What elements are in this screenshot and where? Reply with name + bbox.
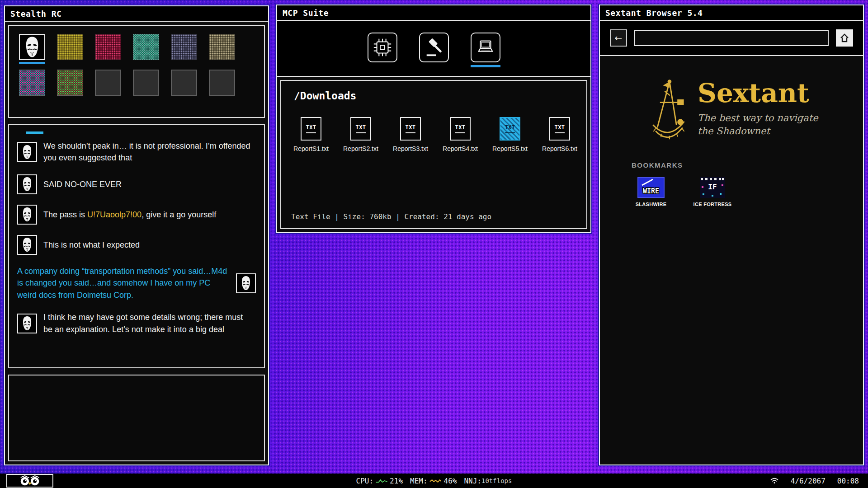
avatar-slot[interactable] [133,34,159,64]
chat-avatar-mask-icon [17,314,37,333]
mcp-suite-title: MCP Suite [283,8,329,18]
wifi-icon [770,478,779,484]
taskbar: CPU: 21% MEM: 46% NNJ: 10tflops 4/6/2067… [0,474,868,488]
avatar-slot[interactable] [19,34,45,64]
txt-icon-label: TXT [306,124,316,131]
mcp-suite-window: MCP Suite /Downloads TXTReportS1.txtTXTR… [276,5,591,233]
noise-avatar[interactable] [19,70,45,96]
avatar-slot[interactable] [209,34,235,64]
txt-file-icon[interactable]: TXT [450,117,471,141]
chat-message: This is not what I expected [17,235,256,255]
chip-tool-slot [368,33,397,62]
txt-icon-bar [555,132,565,133]
txt-file-icon[interactable]: TXT [549,117,570,141]
message-text: The pass is U!7Uaoolp7!00, give it a go … [43,209,216,221]
chip-tool-button[interactable] [368,33,397,62]
nnj-stat: NNJ: 10tflops [464,477,512,485]
message-compose-area[interactable] [8,375,265,461]
file-item[interactable]: TXTReportS3.txt [391,117,430,152]
sextant-browser-window: Sextant Browser 5.4 ← [599,5,864,465]
chat-avatar-mask-icon [17,174,37,194]
message-text: We shouldn’t peak in… it is not professi… [43,140,252,164]
noise-avatar[interactable] [133,34,159,60]
txt-icon-bar [306,132,316,133]
browser-content: Sextant The best way to navigate the Sha… [600,56,863,465]
chat-avatar-mask-icon [17,235,37,255]
bookmark-icefortress[interactable]: IFICE FORTRESS [692,177,733,207]
file-name: ReportS2.txt [343,145,378,152]
bookmarks-heading: BOOKMARKS [632,161,863,169]
txt-file-icon[interactable]: TXT [500,117,520,141]
mcp-suite-titlebar[interactable]: MCP Suite [277,5,590,21]
sextant-brand: Sextant [698,80,821,106]
avatar-slot[interactable] [209,70,235,96]
sextant-tagline: The best way to navigate the Shadownet [698,112,821,138]
system-time: 00:08 [837,477,859,485]
avatar-slot[interactable] [19,70,45,96]
txt-icon-bar [455,132,465,133]
avatar-slot[interactable] [57,70,83,96]
chat-message: A company doing “transportation methods”… [17,265,256,301]
file-name: ReportS3.txt [393,145,428,152]
back-button[interactable]: ← [610,29,627,47]
file-item[interactable]: TXTReportS4.txt [440,117,480,152]
empty-avatar-slot[interactable] [95,70,121,96]
chip-icon [372,37,393,58]
noise-avatar[interactable] [57,70,83,96]
bookmark-slashwire[interactable]: WIRESLASHWIRE [631,177,671,207]
avatar-grid [8,25,265,118]
file-item[interactable]: TXTReportS6.txt [540,117,580,152]
chat-avatar-mask-icon [236,273,256,293]
empty-avatar-slot[interactable] [133,70,159,96]
avatar-slot[interactable] [57,34,83,64]
txt-file-icon[interactable]: TXT [400,117,421,141]
password-text: U!7Uaoolp7!00 [87,210,142,219]
noise-avatar[interactable] [171,34,197,60]
avatar-slot[interactable] [171,34,197,64]
sextant-logo-block: Sextant The best way to navigate the Sha… [647,76,863,143]
url-input[interactable] [634,30,829,46]
back-arrow-icon: ← [615,33,623,43]
empty-avatar-slot[interactable] [209,70,235,96]
file-name: ReportS4.txt [443,145,478,152]
noise-avatar[interactable] [209,34,235,60]
chat-log[interactable]: We shouldn’t peak in… it is not professi… [8,124,265,368]
stealth-rc-window: Stealth RC We shouldn’t peak in… it is n… [4,5,269,465]
chat-avatar-mask-icon [17,142,37,162]
noise-avatar[interactable] [57,34,83,60]
sextant-browser-titlebar[interactable]: Sextant Browser 5.4 [600,5,863,21]
gavel-tool-slot [419,33,449,62]
avatar-slot[interactable] [133,70,159,96]
avatar-slot[interactable] [95,34,121,64]
txt-file-icon[interactable]: TXT [350,117,371,141]
sextant-logo-icon [647,76,690,143]
file-item[interactable]: TXTReportS1.txt [291,117,331,152]
sextant-browser-title: Sextant Browser 5.4 [605,8,703,18]
clock-area: 4/6/2067 00:08 [770,477,868,485]
message-text: SAID NO-ONE EVER [43,178,122,190]
current-path: /Downloads [281,81,586,102]
noise-avatar[interactable] [95,34,121,60]
mask-avatar[interactable] [19,34,45,60]
gavel-tool-button[interactable] [419,33,449,62]
os-menu-button[interactable] [6,474,53,488]
laptop-icon [475,37,496,58]
message-text: This is not what I expected [43,239,140,251]
laptop-tool-slot [471,33,500,67]
laptop-tool-button[interactable] [471,33,500,62]
avatar-slot[interactable] [95,70,121,96]
file-item[interactable]: TXTReportS2.txt [341,117,381,152]
txt-icon-bar [356,132,366,133]
txt-file-icon[interactable]: TXT [301,117,321,141]
avatar-slot[interactable] [171,70,197,96]
selected-avatar-indicator [19,62,45,64]
file-list: TXTReportS1.txtTXTReportS2.txtTXTReportS… [281,102,586,152]
stealth-rc-titlebar[interactable]: Stealth RC [5,6,268,22]
file-name: ReportS1.txt [293,145,329,152]
message-text: A company doing “transportation methods”… [17,265,230,301]
empty-avatar-slot[interactable] [171,70,197,96]
svg-text:IF: IF [708,183,717,191]
nnj-label: NNJ: [464,477,481,485]
file-item[interactable]: TXTReportS5.txt [490,117,530,152]
home-button[interactable] [836,29,853,47]
